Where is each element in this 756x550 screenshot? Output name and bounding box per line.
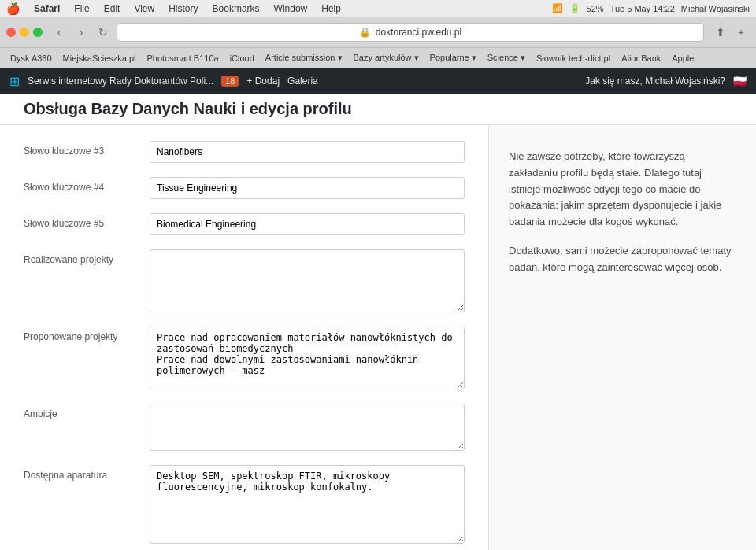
browser-actions: ⬆ +	[712, 24, 750, 41]
wp-greeting-text: Jak się masz, Michał Wojasiński?	[585, 76, 725, 87]
wp-logo-icon[interactable]: ⊞	[9, 74, 20, 89]
address-bar[interactable]: 🔒 doktoranci.pw.edu.pl	[117, 23, 704, 42]
wp-gallery-link[interactable]: Galeria	[287, 76, 318, 87]
label-kw4: Słowo kluczowe #4	[24, 177, 150, 193]
bookmark-apple[interactable]: Apple	[668, 52, 698, 65]
side-paragraph-2: Dodatkowo, sami możecie zaproponować tem…	[509, 243, 736, 276]
form-row-kw4: Słowo kluczowe #4	[24, 177, 465, 199]
input-kw3[interactable]	[150, 141, 465, 163]
minimize-window-button[interactable]	[20, 28, 29, 37]
add-tab-icon[interactable]: +	[732, 24, 750, 41]
label-ambicje: Ambicje	[24, 404, 150, 419]
bookmark-photosmart[interactable]: Photosmart B110a	[143, 52, 223, 65]
forward-button[interactable]: ›	[72, 24, 90, 41]
label-realizowane: Realizowane projekty	[24, 249, 150, 265]
page-title-bar: Obsługa Bazy Danych Nauki i edycja profi…	[0, 94, 756, 125]
textarea-aparatura[interactable]: Desktop SEM, spektroskop FTIR, mikroskop…	[150, 465, 465, 544]
safari-menu[interactable]: Safari	[31, 3, 63, 14]
clock: Tue 5 May 14:22	[610, 4, 675, 13]
lock-icon: 🔒	[359, 27, 371, 38]
bookmark-article[interactable]: Article submission ▾	[261, 51, 346, 65]
bookmark-slownik[interactable]: Słownik tech-dict.pl	[532, 52, 614, 65]
form-area: Słowo kluczowe #3 Słowo kluczowe #4 Słow…	[0, 125, 488, 550]
edit-menu[interactable]: Edit	[101, 3, 124, 14]
input-kw5[interactable]	[150, 213, 465, 235]
page-title: Obsługa Bazy Danych Nauki i edycja profi…	[24, 100, 732, 118]
form-row-realizowane: Realizowane projekty	[24, 249, 465, 312]
apple-menu[interactable]: 🍎	[6, 2, 20, 15]
textarea-ambicje[interactable]	[150, 404, 465, 451]
wp-flag-icon: 🇵🇱	[733, 75, 747, 87]
wifi-icon: 📶	[552, 3, 563, 13]
input-kw4[interactable]	[150, 177, 465, 199]
history-menu[interactable]: History	[165, 3, 201, 14]
main-content: Słowo kluczowe #3 Słowo kluczowe #4 Słow…	[0, 125, 756, 550]
bookmark-bazy[interactable]: Bazy artykułów ▾	[350, 51, 423, 65]
username: Michał Wojasiński	[681, 4, 750, 13]
wp-site-name[interactable]: Serwis internetowy Rady Doktorantów Poli…	[28, 76, 213, 87]
form-row-proponowane: Proponowane projekty Prace nad opracowan…	[24, 327, 465, 389]
wp-add-button[interactable]: + Dodaj	[246, 76, 280, 87]
bookmark-dysk[interactable]: Dysk A360	[6, 52, 56, 65]
back-button[interactable]: ‹	[50, 24, 68, 41]
bookmark-alior[interactable]: Alior Bank	[617, 52, 665, 65]
label-proponowane: Proponowane projekty	[24, 327, 150, 342]
wp-notifications-counter[interactable]: 18	[221, 76, 239, 87]
file-menu[interactable]: File	[71, 3, 92, 14]
help-menu[interactable]: Help	[318, 3, 344, 14]
form-row-aparatura: Dostępna aparatura Desktop SEM, spektros…	[24, 465, 465, 544]
bookmark-popularne[interactable]: Popularne ▾	[426, 51, 480, 65]
label-kw5: Słowo kluczowe #5	[24, 213, 150, 229]
mac-status-area: 📶 🔋 52% Tue 5 May 14:22 Michał Wojasińsk…	[552, 3, 750, 13]
bookmark-miejska[interactable]: MiejskaScieszka.pl	[59, 52, 140, 65]
close-window-button[interactable]	[6, 28, 16, 37]
label-kw3: Słowo kluczowe #3	[24, 141, 150, 157]
battery-icon: 🔋	[569, 3, 580, 13]
bookmarks-bar: Dysk A360 MiejskaScieszka.pl Photosmart …	[0, 48, 756, 68]
textarea-proponowane[interactable]: Prace nad opracowaniem materiałów nanowł…	[150, 327, 465, 389]
side-panel: Nie zawsze potrzeby, które towarzyszą za…	[488, 125, 756, 550]
browser-toolbar: ‹ › ↻ 🔒 doktoranci.pw.edu.pl ⬆ +	[0, 17, 756, 47]
label-aparatura: Dostępna aparatura	[24, 465, 150, 481]
reload-button[interactable]: ↻	[94, 24, 112, 41]
form-row-kw5: Słowo kluczowe #5	[24, 213, 465, 235]
wp-admin-bar: ⊞ Serwis internetowy Rady Doktorantów Po…	[0, 68, 756, 94]
maximize-window-button[interactable]	[33, 28, 43, 37]
share-icon[interactable]: ⬆	[712, 24, 729, 41]
bookmark-icloud[interactable]: iCloud	[226, 52, 258, 65]
form-row-ambicje: Ambicje	[24, 404, 465, 451]
bookmark-science[interactable]: Science ▾	[484, 51, 529, 65]
bookmarks-menu[interactable]: Bookmarks	[209, 3, 263, 14]
url-display: doktoranci.pw.edu.pl	[376, 27, 461, 38]
browser-chrome: ‹ › ↻ 🔒 doktoranci.pw.edu.pl ⬆ +	[0, 17, 756, 48]
traffic-lights	[6, 28, 43, 37]
wp-bar-right: Jak się masz, Michał Wojasiński? 🇵🇱	[585, 75, 747, 87]
side-paragraph-1: Nie zawsze potrzeby, które towarzyszą za…	[509, 149, 736, 231]
window-menu[interactable]: Window	[271, 3, 311, 14]
form-row-kw3: Słowo kluczowe #3	[24, 141, 465, 163]
textarea-realizowane[interactable]	[150, 249, 465, 312]
battery-percent: 52%	[587, 4, 604, 13]
mac-menubar: 🍎 Safari File Edit View History Bookmark…	[0, 0, 756, 17]
view-menu[interactable]: View	[131, 3, 158, 14]
